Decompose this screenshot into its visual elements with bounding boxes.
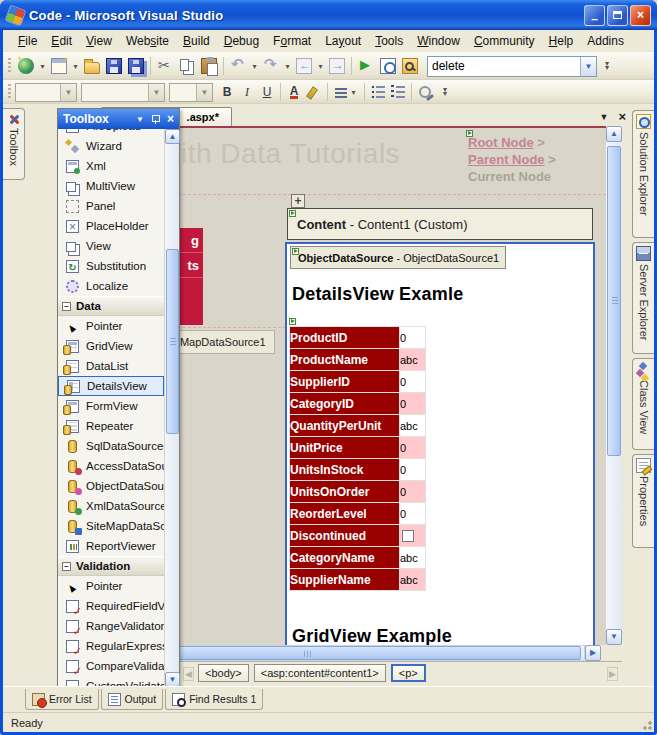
toolbox-item-xml[interactable]: Xml xyxy=(58,156,164,176)
toolbox-item-sitemapdatasource[interactable]: SiteMapDataSource xyxy=(58,516,164,536)
toolbox-item-requiredfieldvalid[interactable]: RequiredFieldValid... xyxy=(58,596,164,616)
toolbox-item-placeholder[interactable]: PlaceHolder xyxy=(58,216,164,236)
new-website-button[interactable] xyxy=(15,55,37,77)
collapse-icon[interactable]: − xyxy=(62,302,71,311)
maximize-button[interactable] xyxy=(607,5,628,26)
numbering-button[interactable] xyxy=(388,82,408,102)
toolbox-item-sqldatasource[interactable]: SqlDataSource xyxy=(58,436,164,456)
format-combobox-1[interactable]: ▼ xyxy=(15,83,77,102)
menu-edit[interactable]: Edit xyxy=(44,31,79,51)
add-new-item-button[interactable] xyxy=(48,55,70,77)
toolbox-item-view[interactable]: View xyxy=(58,236,164,256)
toolbox-item-comparevalidator[interactable]: CompareValidator xyxy=(58,656,164,676)
toolbox-item-wizard[interactable]: Wizard xyxy=(58,136,164,156)
toolbox-item-localize[interactable]: Localize xyxy=(58,276,164,296)
align-left-button[interactable]: ▾ xyxy=(331,82,351,102)
content-placeholder-header[interactable]: Content - Content1 (Custom) xyxy=(287,208,593,240)
paste-button[interactable] xyxy=(198,55,220,77)
copy-button[interactable] xyxy=(176,55,198,77)
menu-build[interactable]: Build xyxy=(176,31,217,51)
tag-asp-content-content1[interactable]: <asp:content#content1> xyxy=(254,664,386,682)
toolbox-item-objectdatasource[interactable]: ObjectDataSource xyxy=(58,476,164,496)
side-tab-properties[interactable]: Properties xyxy=(632,454,654,548)
toolbox-item-rangevalidator[interactable]: RangeValidator xyxy=(58,616,164,636)
start-debugging-button[interactable] xyxy=(355,55,377,77)
window-position-icon[interactable]: ▼ xyxy=(136,115,144,124)
breadcrumb-root-link[interactable]: Root Node xyxy=(468,135,534,150)
close-button[interactable]: × xyxy=(630,5,651,26)
bold-button[interactable]: B xyxy=(217,82,237,102)
tag-scroll-right-icon[interactable]: ▶ xyxy=(607,667,618,681)
open-file-button[interactable] xyxy=(81,55,103,77)
tag-p[interactable]: <p> xyxy=(391,664,426,682)
menu-website[interactable]: Website xyxy=(119,31,176,51)
tool-tab-error-list[interactable]: Error List xyxy=(25,689,99,710)
toolbox-item-regularexpressio[interactable]: RegularExpressio... xyxy=(58,636,164,656)
menu-file[interactable]: File xyxy=(11,31,44,51)
tag-body[interactable]: <body> xyxy=(198,664,249,682)
menu-community[interactable]: Community xyxy=(467,31,542,51)
breadcrumb-parent-link[interactable]: Parent Node xyxy=(468,152,545,167)
toolbox-item-formview[interactable]: FormView xyxy=(58,396,164,416)
scroll-down-icon[interactable]: ▼ xyxy=(165,672,180,687)
menu-debug[interactable]: Debug xyxy=(217,31,266,51)
toolbox-item-pointer[interactable]: Pointer xyxy=(58,576,164,596)
tag-scroll-left-icon[interactable]: ◀ xyxy=(183,667,194,681)
undo-dropdown-icon[interactable]: ▾ xyxy=(249,62,260,71)
highlight-button[interactable] xyxy=(304,82,324,102)
format-combobox-2[interactable]: ▼ xyxy=(81,83,165,102)
toolbox-header[interactable]: Toolbox ▼ × xyxy=(58,109,179,129)
add-new-item-dropdown-icon[interactable]: ▾ xyxy=(70,62,81,71)
tool-tab-output[interactable]: Output xyxy=(101,689,164,710)
document-list-dropdown-icon[interactable]: ▼ xyxy=(599,112,608,122)
auto-hide-pin-icon[interactable] xyxy=(151,115,160,124)
navigate-backward-dropdown-icon[interactable]: ▾ xyxy=(315,62,326,71)
minimize-button[interactable]: – xyxy=(584,5,605,26)
menu-window[interactable]: Window xyxy=(410,31,467,51)
scrollbar-thumb[interactable] xyxy=(607,146,621,456)
menu-help[interactable]: Help xyxy=(542,31,581,51)
site-nav-item[interactable]: g xyxy=(178,228,203,253)
find-combo-dropdown-icon[interactable]: ▼ xyxy=(580,57,596,76)
toolbox-item-reportviewer[interactable]: ReportViewer xyxy=(58,536,164,556)
find-combobox[interactable]: ▼ xyxy=(427,56,597,77)
scroll-right-icon[interactable]: ▶ xyxy=(585,645,601,661)
scrollbar-thumb[interactable] xyxy=(166,249,179,434)
toolbox-item-gridview[interactable]: GridView xyxy=(58,336,164,356)
toolbox-side-tab[interactable]: Toolbox xyxy=(3,108,25,180)
navigate-forward-button[interactable] xyxy=(326,55,348,77)
toolbar-overflow-button[interactable]: ▾▾ xyxy=(601,62,613,70)
site-nav-item[interactable]: ts xyxy=(178,253,203,278)
toolbox-item-repeater[interactable]: Repeater xyxy=(58,416,164,436)
toolbox-item-detailsview[interactable]: DetailsView xyxy=(58,376,164,396)
detailsview-table[interactable]: ProductID0ProductNameabcSupplierID0Categ… xyxy=(289,326,426,591)
format-combobox-3[interactable]: ▼ xyxy=(169,83,213,102)
navigate-backward-button[interactable] xyxy=(293,55,315,77)
save-all-button[interactable] xyxy=(125,55,147,77)
vertical-scrollbar[interactable]: ▲ ▼ xyxy=(606,126,622,645)
toolbox-item-accessdatasource[interactable]: AccessDataSource xyxy=(58,456,164,476)
view-in-browser-button[interactable] xyxy=(377,55,399,77)
menu-view[interactable]: View xyxy=(79,31,119,51)
toolbox-scrollbar[interactable]: ▲ ▼ xyxy=(164,129,179,687)
toolbox-item-datalist[interactable]: DataList xyxy=(58,356,164,376)
scroll-up-icon[interactable]: ▲ xyxy=(606,126,622,142)
toolbox-section-validation[interactable]: −Validation xyxy=(58,556,164,576)
find-input[interactable] xyxy=(428,58,580,75)
undo-button[interactable] xyxy=(227,55,249,77)
menu-format[interactable]: Format xyxy=(266,31,318,51)
font-color-button[interactable]: A xyxy=(284,82,304,102)
tool-tab-find-results-1[interactable]: Find Results 1 xyxy=(165,689,263,710)
bullets-button[interactable] xyxy=(368,82,388,102)
title-bar[interactable]: Code - Microsoft Visual Studio – × xyxy=(0,0,657,30)
collapse-icon[interactable]: − xyxy=(62,562,71,571)
side-tab-class-view[interactable]: Class View xyxy=(632,358,654,450)
scrollbar-thumb[interactable] xyxy=(147,646,581,660)
underline-button[interactable]: U xyxy=(257,82,277,102)
close-document-icon[interactable]: × xyxy=(618,109,626,124)
italic-button[interactable]: I xyxy=(237,82,257,102)
toolbar-grip[interactable] xyxy=(8,58,11,74)
toolbox-item-multiview[interactable]: MultiView xyxy=(58,176,164,196)
toolbox-section-data[interactable]: −Data xyxy=(58,296,164,316)
align-left-dropdown-icon[interactable]: ▾ xyxy=(348,88,359,97)
